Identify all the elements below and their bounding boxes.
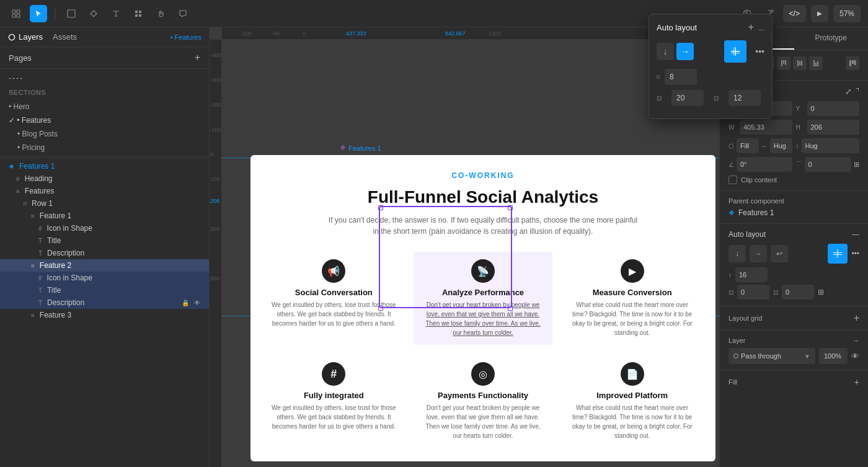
component-tool-icon[interactable] (130, 5, 147, 22)
frame-label-icon: ❖ (340, 144, 346, 152)
layers-tab[interactable]: Layers (7, 32, 43, 42)
breadcrumb[interactable]: Features (175, 33, 202, 41)
pen-tool-icon[interactable] (85, 5, 102, 22)
al-padding-h-input[interactable]: 0 (737, 285, 769, 300)
svg-rect-28 (813, 60, 815, 66)
hand-tool-icon[interactable] (152, 5, 169, 22)
handle-br (508, 306, 513, 311)
popup-center-control[interactable] (724, 40, 746, 63)
tree-item-feature3[interactable]: ≡ Feature 3 (0, 309, 209, 321)
popup-title: Auto layout (657, 23, 697, 32)
layer-tree: ❖ Features 1 ≡ Heading ≡ Features ⌑ Row … (0, 158, 209, 467)
layer-mode-select[interactable]: Pass through ▼ (728, 348, 815, 364)
popup-padding-h[interactable]: 12 (728, 90, 761, 106)
zoom-control[interactable]: 57% (833, 5, 861, 22)
assets-tab[interactable]: Assets (53, 32, 77, 42)
page-blog-posts[interactable]: • Blog Posts (0, 127, 209, 141)
popup-more2[interactable]: ••• (755, 47, 764, 56)
ruler-vertical: -400 -300 -200 -100 0 100 206 300 500 (210, 40, 222, 467)
tree-item-feature2[interactable]: ≡ Feature 2 (0, 259, 209, 272)
feature-title-6: Improved Platform (570, 391, 694, 400)
popup-arrow-right[interactable]: → (676, 43, 694, 60)
al-direction-down[interactable]: ↓ (728, 245, 746, 262)
popup-padding-icon-2: ⊡ (714, 95, 724, 102)
tree-item-title-1[interactable]: T Title (0, 234, 209, 247)
tree-item-features[interactable]: ≡ Features (0, 185, 209, 197)
page-pricing[interactable]: • Pricing (0, 141, 209, 154)
tree-item-desc-1[interactable]: T Description (0, 247, 209, 259)
parent-component-item[interactable]: ❖ Features 1 (728, 208, 859, 217)
layer-eye-icon[interactable]: 👁 (851, 352, 859, 361)
popup-add-button[interactable]: + (748, 22, 754, 33)
features-row-2: # Fully integrated We get insulted by ot… (264, 355, 702, 448)
tree-item-features1[interactable]: ❖ Features 1 (0, 160, 209, 172)
align-middle[interactable] (793, 56, 807, 70)
popup-arrow-down[interactable]: ↓ (657, 43, 674, 60)
al-direction-wrap[interactable]: ↩ (771, 245, 788, 262)
tree-item-icon-shape-1[interactable]: # Icon in Shape (0, 222, 209, 234)
feature-icon-3: ▶ (621, 259, 644, 283)
feature-desc-4: We get insulted by others, lose trust fo… (272, 403, 396, 431)
y-input[interactable]: 0 (807, 101, 860, 116)
play-button[interactable]: ▶ ▶ (811, 5, 828, 22)
tab-prototype[interactable]: Prototype (794, 27, 869, 50)
pages-title: Pages (9, 53, 32, 63)
tree-item-desc-2[interactable]: T Description 🔒 👁 (0, 296, 209, 309)
corner-icon[interactable]: ⌝ (856, 87, 859, 96)
popup-more-button[interactable]: ... (758, 23, 764, 32)
section-title: Full-Funnel Social Analytics (264, 187, 702, 207)
page-hero[interactable]: • Hero (0, 100, 209, 113)
angle-input[interactable]: 0° (737, 157, 792, 172)
al-expand-icon[interactable]: ⊞ (818, 288, 824, 296)
tree-item-feature1[interactable]: ≡ Feature 1 (0, 210, 209, 222)
layer-mode-label: Pass through (741, 352, 781, 360)
tree-item-title-2[interactable]: T Title (0, 284, 209, 296)
clip-checkbox[interactable] (728, 176, 737, 184)
frame-tool-icon[interactable] (63, 5, 80, 22)
fill-value[interactable]: Hug (770, 138, 792, 153)
auto-layout-minus[interactable]: — (852, 230, 859, 239)
grid-tool-icon[interactable] (7, 5, 25, 22)
pages-list: ---- SECTIONS • Hero ✓ • Features • Blog… (0, 69, 209, 158)
auto-layout-section: Auto layout — ↓ → ↩ ••• ↕ (720, 224, 868, 306)
svg-rect-33 (854, 60, 856, 65)
corner-input[interactable]: 0 (805, 157, 852, 172)
fill-input[interactable]: Fill (737, 138, 759, 153)
h-input[interactable]: 206 (807, 120, 860, 135)
svg-rect-6 (139, 11, 141, 13)
text-tool-icon[interactable] (107, 5, 125, 22)
code-button[interactable]: </> (783, 5, 806, 22)
hug-value[interactable]: Hug (802, 138, 860, 153)
al-direction-right[interactable]: → (750, 245, 767, 262)
corner-mode-icon[interactable]: ⊞ (854, 161, 859, 169)
pointer-tool-icon[interactable] (30, 5, 47, 22)
canvas-area[interactable]: -100 -50 0 437.333 842.667 1100 -400 -30… (210, 27, 719, 467)
zoom-label: 57% (839, 9, 854, 18)
comment-tool-icon[interactable] (174, 5, 192, 22)
al-more-btn[interactable]: ••• (851, 249, 859, 258)
breadcrumb-dot: • (170, 33, 173, 41)
layer-opacity-input[interactable]: 100% (819, 348, 848, 364)
add-page-button[interactable]: + (195, 52, 200, 63)
align-bottom[interactable] (809, 56, 823, 70)
add-layout-grid-button[interactable]: + (854, 313, 859, 324)
tidy-up[interactable] (846, 56, 859, 70)
popup-spacing-value[interactable]: 8 (665, 69, 697, 85)
al-center-control[interactable] (828, 244, 848, 264)
resize-icon[interactable]: ⤢ (845, 87, 852, 96)
align-top[interactable] (777, 56, 790, 70)
add-fill-button[interactable]: + (854, 377, 859, 387)
w-input[interactable]: 405.33 (740, 120, 792, 135)
tree-item-heading[interactable]: ≡ Heading (0, 172, 209, 185)
tree-item-icon-shape-2[interactable]: # Icon in Shape (0, 272, 209, 284)
feature-card-6: 📄 Improved Platform What else could rust… (562, 355, 702, 448)
tree-item-row1[interactable]: ⌑ Row 1 (0, 197, 209, 210)
popup-padding-v[interactable]: 20 (671, 90, 704, 106)
layer-section: Layer → Pass through ▼ 100% 👁 (720, 331, 868, 371)
page-features[interactable]: ✓ • Features (0, 113, 209, 127)
svg-point-11 (771, 10, 773, 12)
al-spacing-input[interactable]: 16 (735, 267, 768, 282)
svg-rect-40 (733, 47, 734, 56)
features-frame: Fill × Hug CO-WORKING Full-Funnel Social… (250, 155, 715, 461)
al-padding-v-input[interactable]: 0 (782, 285, 814, 300)
